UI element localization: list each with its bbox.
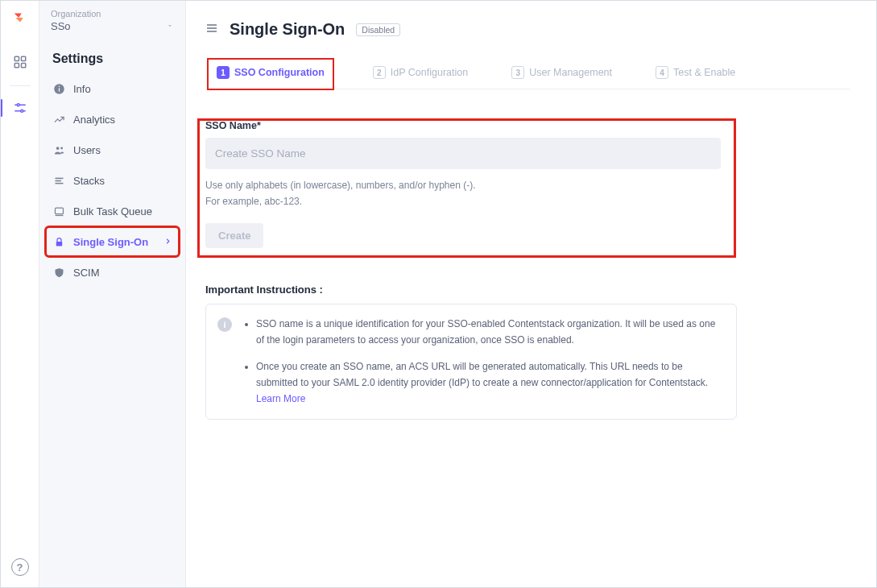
sidebar-item-label: Bulk Task Queue bbox=[73, 205, 152, 217]
step-sso-configuration[interactable]: 1 SSO Configuration bbox=[213, 61, 328, 87]
svg-point-5 bbox=[17, 104, 19, 106]
sidebar-nav: Info Analytics Users Stacks bbox=[39, 74, 185, 288]
sidebar-item-info[interactable]: Info bbox=[46, 74, 179, 103]
sso-name-form: SSO Name* Use only alphabets (in lowerca… bbox=[205, 109, 850, 263]
sidebar-item-label: SCIM bbox=[73, 267, 100, 279]
step-user-management[interactable]: 3 User Management bbox=[508, 61, 615, 87]
rail-separator bbox=[10, 85, 31, 86]
page-header: Single Sign-On Disabled bbox=[205, 20, 850, 39]
menu-icon[interactable] bbox=[205, 22, 218, 37]
sidebar-item-analytics[interactable]: Analytics bbox=[46, 105, 179, 134]
create-button[interactable]: Create bbox=[205, 223, 263, 248]
sidebar-item-label: Analytics bbox=[73, 114, 115, 126]
dashboard-icon[interactable] bbox=[6, 48, 34, 76]
sidebar-item-users[interactable]: Users bbox=[46, 135, 179, 164]
main-content: Single Sign-On Disabled 1 SSO Configurat… bbox=[186, 1, 876, 587]
step-test-enable[interactable]: 4 Test & Enable bbox=[652, 61, 738, 87]
sidebar-item-stacks[interactable]: Stacks bbox=[46, 166, 179, 195]
queue-icon bbox=[52, 205, 65, 217]
step-label: IdP Configuration bbox=[391, 67, 468, 78]
org-value: SSo bbox=[51, 20, 71, 32]
instructions-box: i SSO name is a unique identification fo… bbox=[205, 304, 737, 420]
svg-point-7 bbox=[20, 110, 23, 112]
sidebar-title: Settings bbox=[39, 37, 185, 74]
svg-rect-9 bbox=[58, 88, 59, 91]
shield-icon bbox=[52, 266, 65, 279]
sidebar-item-bulk-task-queue[interactable]: Bulk Task Queue bbox=[46, 197, 179, 226]
chevron-down-icon bbox=[166, 20, 174, 32]
info-circle-icon bbox=[52, 82, 65, 95]
svg-rect-2 bbox=[14, 64, 19, 68]
sso-name-label: SSO Name* bbox=[205, 120, 838, 131]
sidebar-item-label: Single Sign-On bbox=[73, 236, 148, 248]
svg-rect-18 bbox=[56, 241, 62, 246]
org-selector[interactable]: Organization SSo bbox=[39, 1, 185, 37]
step-label: Test & Enable bbox=[673, 67, 735, 78]
brand-logo-icon bbox=[11, 9, 29, 29]
page-title: Single Sign-On bbox=[230, 20, 345, 39]
step-label: User Management bbox=[529, 67, 612, 78]
step-idp-configuration[interactable]: 2 IdP Configuration bbox=[370, 61, 471, 87]
step-label: SSO Configuration bbox=[234, 67, 325, 78]
instruction-item: SSO name is a unique identification for … bbox=[256, 316, 723, 349]
hint-line: Use only alphabets (in lowercase), numbe… bbox=[205, 177, 838, 193]
step-number: 2 bbox=[373, 66, 386, 79]
sidebar-item-label: Users bbox=[73, 144, 101, 156]
stacks-icon bbox=[52, 174, 65, 187]
learn-more-link[interactable]: Learn More bbox=[256, 393, 305, 404]
svg-rect-10 bbox=[58, 85, 59, 86]
sso-name-input[interactable] bbox=[205, 138, 721, 169]
sidebar: Organization SSo Settings Info Analyti bbox=[39, 1, 186, 587]
left-rail: ? bbox=[1, 1, 39, 587]
sidebar-item-label: Stacks bbox=[73, 175, 105, 187]
svg-rect-0 bbox=[14, 56, 19, 60]
settings-sliders-icon[interactable] bbox=[6, 94, 34, 122]
org-label: Organization bbox=[51, 9, 174, 19]
sidebar-item-single-sign-on[interactable]: Single Sign-On bbox=[46, 227, 179, 256]
chevron-right-icon bbox=[163, 236, 172, 248]
svg-rect-3 bbox=[21, 64, 25, 68]
wizard-steps: 1 SSO Configuration 2 IdP Configuration … bbox=[205, 55, 850, 89]
status-badge: Disabled bbox=[356, 23, 400, 36]
instructions-title: Important Instructions : bbox=[205, 284, 850, 296]
app-root: ? Organization SSo Settings Info bbox=[1, 1, 876, 587]
users-icon bbox=[52, 143, 65, 156]
step-number: 1 bbox=[217, 66, 230, 79]
svg-rect-1 bbox=[21, 56, 25, 60]
instruction-text: Once you create an SSO name, an ACS URL … bbox=[256, 361, 708, 388]
svg-point-11 bbox=[56, 147, 59, 150]
svg-point-12 bbox=[60, 147, 63, 149]
instruction-text: SSO name is a unique identification for … bbox=[256, 318, 715, 346]
instructions-list: SSO name is a unique identification for … bbox=[242, 316, 723, 408]
svg-rect-16 bbox=[55, 208, 63, 214]
step-number: 3 bbox=[511, 66, 524, 79]
sso-name-hint: Use only alphabets (in lowercase), numbe… bbox=[205, 177, 838, 210]
sidebar-item-scim[interactable]: SCIM bbox=[46, 258, 179, 287]
hint-line: For example, abc-123. bbox=[205, 193, 838, 209]
analytics-icon bbox=[52, 113, 65, 126]
step-highlight: 1 SSO Configuration bbox=[209, 60, 333, 89]
instruction-item: Once you create an SSO name, an ACS URL … bbox=[256, 358, 723, 408]
info-circle-icon: i bbox=[217, 317, 232, 332]
lock-icon bbox=[52, 235, 65, 248]
sidebar-item-label: Info bbox=[73, 83, 91, 95]
help-icon[interactable]: ? bbox=[11, 558, 29, 576]
step-number: 4 bbox=[656, 66, 668, 79]
